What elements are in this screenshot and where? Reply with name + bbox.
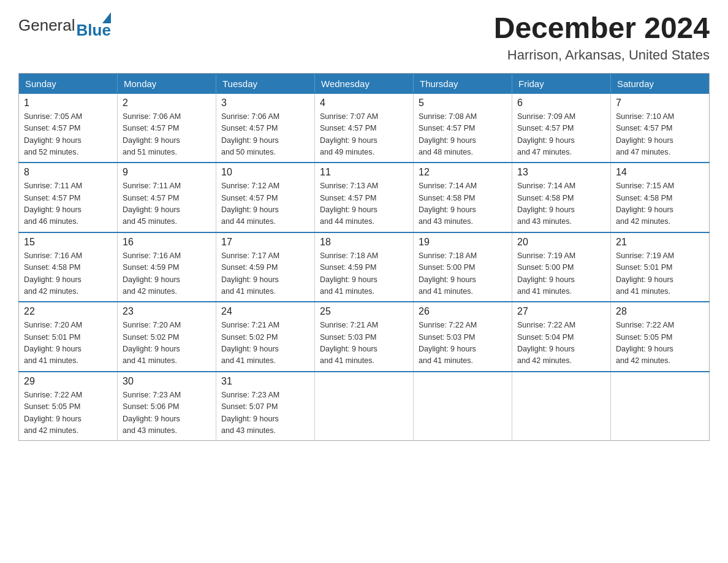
day-number: 21	[616, 237, 704, 248]
calendar-header-row: SundayMondayTuesdayWednesdayThursdayFrid…	[19, 73, 710, 94]
day-number: 7	[616, 98, 704, 109]
calendar-cell: 5 Sunrise: 7:08 AM Sunset: 4:57 PM Dayli…	[414, 94, 512, 163]
calendar-cell: 21 Sunrise: 7:19 AM Sunset: 5:01 PM Dayl…	[611, 232, 710, 302]
calendar-cell	[315, 372, 414, 441]
day-info: Sunrise: 7:23 AM Sunset: 5:07 PM Dayligh…	[221, 389, 309, 437]
calendar-cell: 15 Sunrise: 7:16 AM Sunset: 4:58 PM Dayl…	[19, 232, 118, 302]
day-info: Sunrise: 7:06 AM Sunset: 4:57 PM Dayligh…	[221, 111, 309, 159]
calendar-cell: 24 Sunrise: 7:21 AM Sunset: 5:02 PM Dayl…	[216, 302, 315, 372]
day-number: 22	[24, 306, 112, 317]
day-info: Sunrise: 7:22 AM Sunset: 5:03 PM Dayligh…	[419, 320, 507, 367]
day-info: Sunrise: 7:22 AM Sunset: 5:05 PM Dayligh…	[24, 389, 112, 437]
day-info: Sunrise: 7:09 AM Sunset: 4:57 PM Dayligh…	[517, 111, 605, 159]
day-info: Sunrise: 7:16 AM Sunset: 4:59 PM Dayligh…	[123, 250, 211, 298]
calendar-cell	[611, 372, 710, 441]
calendar-cell: 8 Sunrise: 7:11 AM Sunset: 4:57 PM Dayli…	[19, 163, 118, 232]
calendar-week-row: 15 Sunrise: 7:16 AM Sunset: 4:58 PM Dayl…	[19, 232, 710, 302]
calendar-cell: 10 Sunrise: 7:12 AM Sunset: 4:57 PM Dayl…	[216, 163, 315, 232]
day-info: Sunrise: 7:06 AM Sunset: 4:57 PM Dayligh…	[123, 111, 211, 159]
day-number: 28	[616, 306, 704, 317]
day-info: Sunrise: 7:20 AM Sunset: 5:01 PM Dayligh…	[24, 320, 112, 367]
logo-blue-block: Blue	[77, 12, 111, 38]
day-info: Sunrise: 7:07 AM Sunset: 4:57 PM Dayligh…	[320, 111, 408, 159]
day-number: 24	[221, 306, 309, 317]
day-header-thursday: Thursday	[414, 73, 512, 94]
day-number: 30	[123, 376, 211, 387]
calendar-cell: 14 Sunrise: 7:15 AM Sunset: 4:58 PM Dayl…	[611, 163, 710, 232]
day-header-saturday: Saturday	[611, 73, 710, 94]
day-info: Sunrise: 7:15 AM Sunset: 4:58 PM Dayligh…	[616, 180, 704, 228]
calendar-cell	[512, 372, 611, 441]
logo-general-text: General	[18, 16, 75, 35]
calendar-cell: 23 Sunrise: 7:20 AM Sunset: 5:02 PM Dayl…	[118, 302, 216, 372]
day-number: 25	[320, 306, 408, 317]
calendar-week-row: 1 Sunrise: 7:05 AM Sunset: 4:57 PM Dayli…	[19, 94, 710, 163]
day-info: Sunrise: 7:13 AM Sunset: 4:57 PM Dayligh…	[320, 180, 408, 228]
day-info: Sunrise: 7:05 AM Sunset: 4:57 PM Dayligh…	[24, 111, 112, 159]
day-number: 27	[517, 306, 605, 317]
calendar-cell: 31 Sunrise: 7:23 AM Sunset: 5:07 PM Dayl…	[216, 372, 315, 441]
day-number: 1	[24, 98, 112, 109]
day-number: 16	[123, 237, 211, 248]
calendar-week-row: 8 Sunrise: 7:11 AM Sunset: 4:57 PM Dayli…	[19, 163, 710, 232]
location-title: Harrison, Arkansas, United States	[494, 47, 710, 63]
calendar-cell: 7 Sunrise: 7:10 AM Sunset: 4:57 PM Dayli…	[611, 94, 710, 163]
calendar-cell: 2 Sunrise: 7:06 AM Sunset: 4:57 PM Dayli…	[118, 94, 216, 163]
day-info: Sunrise: 7:19 AM Sunset: 5:00 PM Dayligh…	[517, 250, 605, 298]
day-number: 13	[517, 167, 605, 178]
calendar-cell: 17 Sunrise: 7:17 AM Sunset: 4:59 PM Dayl…	[216, 232, 315, 302]
day-number: 29	[24, 376, 112, 387]
day-info: Sunrise: 7:11 AM Sunset: 4:57 PM Dayligh…	[123, 180, 211, 228]
calendar-cell: 4 Sunrise: 7:07 AM Sunset: 4:57 PM Dayli…	[315, 94, 414, 163]
calendar-cell: 1 Sunrise: 7:05 AM Sunset: 4:57 PM Dayli…	[19, 94, 118, 163]
day-number: 14	[616, 167, 704, 178]
page-header: General Blue December 2024 Harrison, Ark…	[18, 12, 710, 63]
day-info: Sunrise: 7:23 AM Sunset: 5:06 PM Dayligh…	[123, 389, 211, 437]
calendar-week-row: 22 Sunrise: 7:20 AM Sunset: 5:01 PM Dayl…	[19, 302, 710, 372]
calendar-cell: 25 Sunrise: 7:21 AM Sunset: 5:03 PM Dayl…	[315, 302, 414, 372]
day-info: Sunrise: 7:17 AM Sunset: 4:59 PM Dayligh…	[221, 250, 309, 298]
day-header-sunday: Sunday	[19, 73, 118, 94]
calendar-cell: 3 Sunrise: 7:06 AM Sunset: 4:57 PM Dayli…	[216, 94, 315, 163]
day-number: 20	[517, 237, 605, 248]
day-info: Sunrise: 7:16 AM Sunset: 4:58 PM Dayligh…	[24, 250, 112, 298]
day-header-tuesday: Tuesday	[216, 73, 315, 94]
calendar-cell: 9 Sunrise: 7:11 AM Sunset: 4:57 PM Dayli…	[118, 163, 216, 232]
day-number: 6	[517, 98, 605, 109]
calendar-week-row: 29 Sunrise: 7:22 AM Sunset: 5:05 PM Dayl…	[19, 372, 710, 441]
logo-blue-text: Blue	[77, 22, 111, 38]
calendar-cell: 12 Sunrise: 7:14 AM Sunset: 4:58 PM Dayl…	[414, 163, 512, 232]
calendar-cell: 19 Sunrise: 7:18 AM Sunset: 5:00 PM Dayl…	[414, 232, 512, 302]
month-title: December 2024	[494, 12, 710, 45]
day-info: Sunrise: 7:22 AM Sunset: 5:05 PM Dayligh…	[616, 320, 704, 367]
calendar-cell: 6 Sunrise: 7:09 AM Sunset: 4:57 PM Dayli…	[512, 94, 611, 163]
calendar-cell	[414, 372, 512, 441]
calendar-cell: 29 Sunrise: 7:22 AM Sunset: 5:05 PM Dayl…	[19, 372, 118, 441]
day-header-friday: Friday	[512, 73, 611, 94]
calendar-cell: 11 Sunrise: 7:13 AM Sunset: 4:57 PM Dayl…	[315, 163, 414, 232]
day-number: 10	[221, 167, 309, 178]
day-number: 3	[221, 98, 309, 109]
day-number: 18	[320, 237, 408, 248]
day-number: 5	[419, 98, 507, 109]
day-number: 23	[123, 306, 211, 317]
day-info: Sunrise: 7:21 AM Sunset: 5:02 PM Dayligh…	[221, 320, 309, 367]
calendar-cell: 18 Sunrise: 7:18 AM Sunset: 4:59 PM Dayl…	[315, 232, 414, 302]
day-info: Sunrise: 7:11 AM Sunset: 4:57 PM Dayligh…	[24, 180, 112, 228]
day-header-wednesday: Wednesday	[315, 73, 414, 94]
day-number: 15	[24, 237, 112, 248]
day-number: 2	[123, 98, 211, 109]
day-number: 4	[320, 98, 408, 109]
day-info: Sunrise: 7:14 AM Sunset: 4:58 PM Dayligh…	[517, 180, 605, 228]
calendar-cell: 20 Sunrise: 7:19 AM Sunset: 5:00 PM Dayl…	[512, 232, 611, 302]
day-info: Sunrise: 7:18 AM Sunset: 4:59 PM Dayligh…	[320, 250, 408, 298]
calendar-cell: 30 Sunrise: 7:23 AM Sunset: 5:06 PM Dayl…	[118, 372, 216, 441]
day-number: 8	[24, 167, 112, 178]
day-info: Sunrise: 7:10 AM Sunset: 4:57 PM Dayligh…	[616, 111, 704, 159]
day-info: Sunrise: 7:14 AM Sunset: 4:58 PM Dayligh…	[419, 180, 507, 228]
calendar-cell: 27 Sunrise: 7:22 AM Sunset: 5:04 PM Dayl…	[512, 302, 611, 372]
day-number: 17	[221, 237, 309, 248]
logo: General Blue	[18, 12, 111, 38]
calendar-cell: 28 Sunrise: 7:22 AM Sunset: 5:05 PM Dayl…	[611, 302, 710, 372]
calendar-cell: 22 Sunrise: 7:20 AM Sunset: 5:01 PM Dayl…	[19, 302, 118, 372]
